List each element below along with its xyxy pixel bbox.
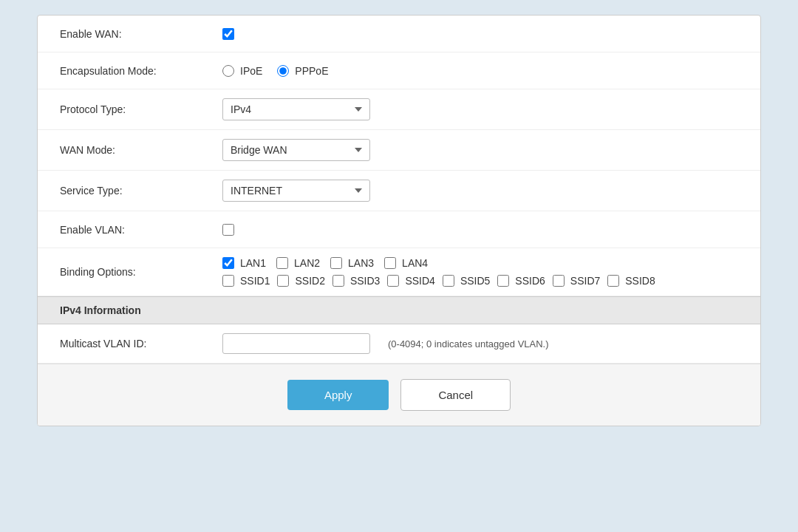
wan-settings-form: Enable WAN: Encapsulation Mode: IPoE PPP…	[37, 15, 761, 426]
service-type-label: Service Type:	[60, 185, 222, 197]
lan3-label: LAN3	[348, 257, 374, 269]
binding-ssid-row: SSID1 SSID2 SSID3 SSID4	[222, 275, 655, 287]
wan-mode-control: Bridge WAN Route WAN	[222, 139, 738, 161]
ssid5-option[interactable]: SSID5	[443, 275, 490, 287]
encapsulation-row: Encapsulation Mode: IPoE PPPoE	[38, 52, 760, 89]
lan2-label: LAN2	[294, 257, 320, 269]
ipoE-option[interactable]: IPoE	[222, 65, 262, 77]
ssid5-label: SSID5	[460, 275, 490, 287]
binding-options-control: LAN1 LAN2 LAN3 LAN4	[222, 257, 738, 287]
enable-wan-control	[222, 28, 738, 40]
ssid4-label: SSID4	[405, 275, 434, 287]
ssid7-checkbox[interactable]	[553, 275, 565, 287]
pppoe-label: PPPoE	[295, 65, 328, 77]
ssid8-label: SSID8	[625, 275, 655, 287]
ssid7-option[interactable]: SSID7	[553, 275, 600, 287]
apply-button[interactable]: Apply	[287, 380, 389, 410]
ipv4-section-header: IPv4 Information	[38, 296, 760, 324]
binding-options-row: Binding Options: LAN1 LAN2 LAN3	[38, 248, 760, 296]
binding-lan-row: LAN1 LAN2 LAN3 LAN4	[222, 257, 655, 269]
ssid2-label: SSID2	[295, 275, 324, 287]
multicast-vlan-control: (0-4094; 0 indicates untagged VLAN.)	[222, 333, 738, 354]
binding-options-label: Binding Options:	[60, 266, 222, 278]
protocol-select[interactable]: IPv4 IPv6 IPv4/IPv6	[222, 98, 370, 120]
pppoe-radio[interactable]	[277, 65, 289, 77]
lan1-checkbox[interactable]	[222, 257, 234, 269]
ssid6-label: SSID6	[515, 275, 545, 287]
multicast-vlan-input[interactable]	[222, 333, 370, 354]
ssid4-checkbox[interactable]	[387, 275, 399, 287]
ssid2-checkbox[interactable]	[277, 275, 289, 287]
binding-inner: LAN1 LAN2 LAN3 LAN4	[222, 257, 655, 287]
cancel-button[interactable]: Cancel	[400, 379, 511, 411]
protocol-row: Protocol Type: IPv4 IPv6 IPv4/IPv6	[38, 89, 760, 130]
ipoE-radio[interactable]	[222, 65, 234, 77]
lan4-option[interactable]: LAN4	[384, 257, 428, 269]
protocol-label: Protocol Type:	[60, 103, 222, 115]
ssid1-checkbox[interactable]	[222, 275, 234, 287]
service-type-control: INTERNET TR069 VOIP OTHER	[222, 180, 738, 202]
enable-vlan-checkbox[interactable]	[222, 224, 234, 236]
ssid1-option[interactable]: SSID1	[222, 275, 270, 287]
encapsulation-label: Encapsulation Mode:	[60, 65, 222, 77]
ssid2-option[interactable]: SSID2	[277, 275, 324, 287]
multicast-vlan-label: Multicast VLAN ID:	[60, 338, 222, 349]
ssid4-option[interactable]: SSID4	[387, 275, 434, 287]
ssid3-checkbox[interactable]	[332, 275, 344, 287]
lan4-label: LAN4	[402, 257, 428, 269]
pppoe-option[interactable]: PPPoE	[277, 65, 328, 77]
enable-vlan-control	[222, 224, 738, 236]
multicast-vlan-hint: (0-4094; 0 indicates untagged VLAN.)	[388, 338, 549, 349]
ssid7-label: SSID7	[570, 275, 600, 287]
lan2-checkbox[interactable]	[276, 257, 288, 269]
enable-wan-label: Enable WAN:	[60, 28, 222, 40]
lan3-option[interactable]: LAN3	[330, 257, 374, 269]
encapsulation-control: IPoE PPPoE	[222, 65, 738, 77]
wan-mode-label: WAN Mode:	[60, 144, 222, 156]
ipv4-section-title: IPv4 Information	[60, 304, 141, 316]
lan2-option[interactable]: LAN2	[276, 257, 320, 269]
ipoE-label: IPoE	[240, 65, 262, 77]
ssid1-label: SSID1	[240, 275, 270, 287]
lan3-checkbox[interactable]	[330, 257, 342, 269]
lan1-label: LAN1	[240, 257, 266, 269]
enable-vlan-label: Enable VLAN:	[60, 224, 222, 236]
protocol-control: IPv4 IPv6 IPv4/IPv6	[222, 98, 738, 120]
enable-wan-row: Enable WAN:	[38, 16, 760, 52]
ssid3-label: SSID3	[350, 275, 380, 287]
multicast-vlan-row: Multicast VLAN ID: (0-4094; 0 indicates …	[38, 324, 760, 364]
enable-wan-checkbox[interactable]	[222, 28, 234, 40]
ssid5-checkbox[interactable]	[443, 275, 454, 287]
enable-vlan-row: Enable VLAN:	[38, 211, 760, 248]
ssid6-checkbox[interactable]	[497, 275, 509, 287]
wan-mode-row: WAN Mode: Bridge WAN Route WAN	[38, 130, 760, 171]
button-row: Apply Cancel	[38, 364, 760, 426]
ssid8-option[interactable]: SSID8	[607, 275, 655, 287]
service-type-row: Service Type: INTERNET TR069 VOIP OTHER	[38, 171, 760, 211]
lan1-option[interactable]: LAN1	[222, 257, 266, 269]
ssid8-checkbox[interactable]	[607, 275, 619, 287]
ssid6-option[interactable]: SSID6	[497, 275, 545, 287]
wan-mode-select[interactable]: Bridge WAN Route WAN	[222, 139, 370, 161]
ssid3-option[interactable]: SSID3	[332, 275, 380, 287]
service-type-select[interactable]: INTERNET TR069 VOIP OTHER	[222, 180, 370, 202]
lan4-checkbox[interactable]	[384, 257, 396, 269]
